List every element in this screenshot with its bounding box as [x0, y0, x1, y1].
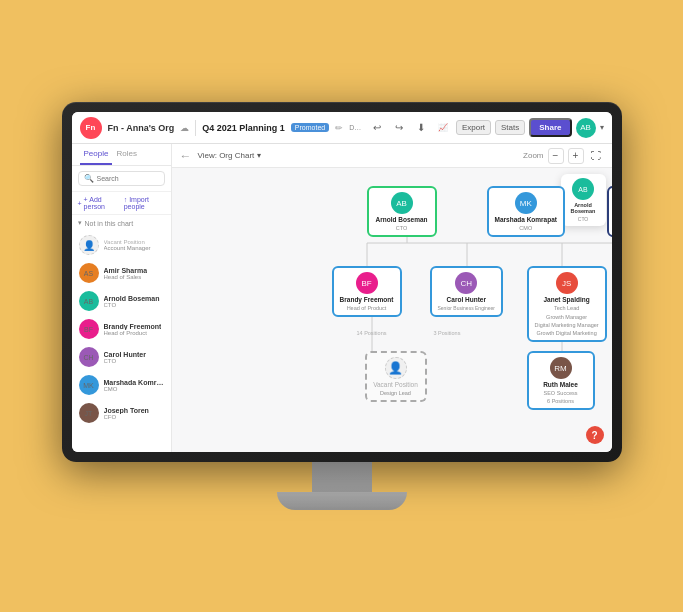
person-name: Amir Sharma: [104, 267, 148, 274]
person-title: Head of Product: [104, 330, 162, 336]
download-button[interactable]: ⬇: [412, 119, 430, 137]
zoom-out-button[interactable]: −: [548, 148, 564, 164]
node-title: Tech Lead: [554, 305, 579, 311]
org-name: Fn - Anna's Org: [108, 123, 175, 133]
chart-button[interactable]: 📈: [434, 119, 452, 137]
list-item[interactable]: AS Amir Sharma Head of Sales: [76, 259, 167, 287]
org-node[interactable]: CH Carol Hunter Senior Business Engineer: [430, 266, 504, 317]
node-avatar: BF: [356, 272, 378, 294]
node-title: Design Lead: [380, 390, 411, 396]
person-info: Brandy Freemont Head of Product: [104, 323, 162, 336]
list-item[interactable]: JT Joseph Toren CFO: [76, 399, 167, 427]
plan-title: Q4 2021 Planning 1: [202, 123, 285, 133]
node-name: Arnold Boseman: [375, 216, 427, 223]
zoom-controls: Zoom − + ⛶: [523, 148, 603, 164]
stats-button[interactable]: Stats: [495, 120, 525, 135]
list-item[interactable]: MK Marshada Komrapat CMO: [76, 371, 167, 399]
node-avatar: RM: [550, 357, 572, 379]
node-title: Senior Business Engineer: [438, 305, 496, 311]
node-name: Vacant Position: [373, 381, 418, 388]
tab-people[interactable]: People: [80, 144, 113, 165]
list-item[interactable]: BF Brandy Freemont Head of Product: [76, 315, 167, 343]
mini-card-title: CTO: [578, 216, 588, 222]
avatar: CH: [79, 347, 99, 367]
node-avatar: MK: [515, 192, 537, 214]
help-button[interactable]: ?: [586, 426, 604, 444]
person-name: Marshada Komrapat: [104, 379, 164, 386]
org-node[interactable]: AS Amir Sharma Head of Sales: [607, 186, 612, 237]
brandy-reports-label: 14 Positions: [357, 330, 387, 336]
node-title: CTO: [396, 225, 408, 231]
node-avatar: CH: [455, 272, 477, 294]
user-avatar[interactable]: AB: [576, 118, 596, 138]
org-node[interactable]: AB Arnold Boseman CTO: [367, 186, 437, 237]
fullscreen-button[interactable]: ⛶: [588, 148, 604, 164]
org-node-vacant2[interactable]: 👤 Vacant Position Design Lead: [365, 351, 427, 402]
header-actions: ↩ ↪ ⬇ 📈 Export Stats Share AB ▾: [368, 118, 604, 138]
node-title: SEO Success: [544, 390, 578, 396]
monitor-screen: Fn Fn - Anna's Org ☁ Q4 2021 Planning 1 …: [72, 112, 612, 452]
sidebar-actions: + + Add person ↑ Import people: [72, 192, 171, 215]
sidebar-person-list: 👤 Vacant Position Account Manager AS Ami…: [72, 231, 171, 452]
section-chevron: ▾: [78, 219, 82, 227]
not-in-chart-section: ▾ Not in this chart: [72, 215, 171, 231]
person-name: Arnold Boseman: [104, 295, 160, 302]
person-info: Joseph Toren CFO: [104, 407, 149, 420]
promoted-badge: Promoted: [291, 123, 329, 132]
person-title: Head of Sales: [104, 274, 148, 280]
person-info: Marshada Komrapat CMO: [104, 379, 164, 392]
app-header: Fn Fn - Anna's Org ☁ Q4 2021 Planning 1 …: [72, 112, 612, 144]
node-avatar-vacant2: 👤: [385, 357, 407, 379]
tab-roles[interactable]: Roles: [112, 144, 140, 165]
node-name: Ruth Malee: [543, 381, 578, 388]
org-node[interactable]: JS Janet Spalding Tech Lead Growth Manag…: [527, 266, 607, 342]
node-title: CMO: [519, 225, 532, 231]
mini-card-avatar: AB: [572, 178, 594, 200]
person-name: Brandy Freemont: [104, 323, 162, 330]
user-menu-chevron[interactable]: ▾: [600, 123, 604, 132]
person-name: Carol Hunter: [104, 351, 146, 358]
node-name: Carol Hunter: [447, 296, 486, 303]
org-node[interactable]: MK Marshada Komrapat CMO: [487, 186, 566, 237]
add-person-icon: +: [78, 200, 82, 207]
node-avatar: AB: [391, 192, 413, 214]
list-item[interactable]: CH Carol Hunter CTO: [76, 343, 167, 371]
search-box[interactable]: 🔍: [78, 171, 165, 186]
node-sub-title: Growth Manager: [546, 314, 587, 320]
list-item[interactable]: 👤 Vacant Position Account Manager: [76, 231, 167, 259]
view-chevron-icon: ▾: [257, 151, 261, 160]
person-name: Joseph Toren: [104, 407, 149, 414]
avatar: JT: [79, 403, 99, 423]
person-title: CTO: [104, 302, 160, 308]
search-input[interactable]: [97, 175, 159, 182]
person-info: Arnold Boseman CTO: [104, 295, 160, 308]
node-name: Marshada Komrapat: [495, 216, 558, 223]
org-node-ruth[interactable]: RM Ruth Malee SEO Success 6 Positions: [527, 351, 595, 410]
undo-button[interactable]: ↩: [368, 119, 386, 137]
share-button[interactable]: Share: [529, 118, 571, 137]
import-people-button[interactable]: ↑ Import people: [124, 196, 165, 210]
back-button[interactable]: ←: [180, 149, 192, 163]
org-node[interactable]: BF Brandy Freemont Head of Product: [332, 266, 402, 317]
person-info: Amir Sharma Head of Sales: [104, 267, 148, 280]
node-name: Brandy Freemont: [340, 296, 394, 303]
list-item[interactable]: AB Arnold Boseman CTO: [76, 287, 167, 315]
person-title: CTO: [104, 358, 146, 364]
view-selector[interactable]: View: Org Chart ▾: [198, 151, 262, 160]
sidebar-tabs: People Roles: [72, 144, 171, 166]
chart-canvas[interactable]: AB Arnold Boseman CTO: [172, 168, 612, 452]
zoom-in-button[interactable]: +: [568, 148, 584, 164]
monitor-stand-base: [277, 492, 407, 510]
redo-button[interactable]: ↪: [390, 119, 408, 137]
monitor-bezel: Fn Fn - Anna's Org ☁ Q4 2021 Planning 1 …: [62, 102, 622, 462]
sidebar-search-area: 🔍: [72, 166, 171, 192]
avatar: MK: [79, 375, 99, 395]
app-body: People Roles 🔍 + + Add person: [72, 144, 612, 452]
person-title: CMO: [104, 386, 164, 392]
add-person-button[interactable]: + + Add person: [78, 196, 118, 210]
monitor-stand-neck: [312, 462, 372, 492]
export-button[interactable]: Export: [456, 120, 491, 135]
mini-card: AB Arnold Boseman CTO: [561, 174, 606, 226]
app-logo: Fn: [80, 117, 102, 139]
search-icon: 🔍: [84, 174, 94, 183]
